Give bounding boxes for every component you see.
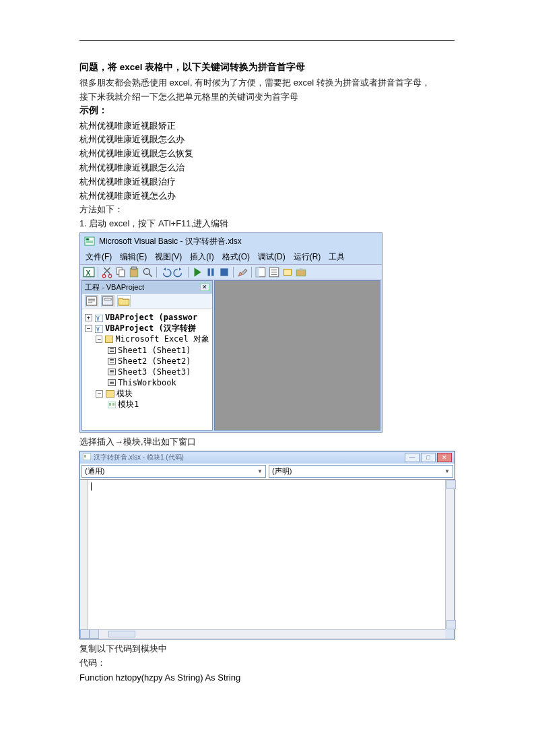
sheet-icon	[108, 347, 116, 354]
tree-project-2a[interactable]: VBAProject (	[105, 323, 164, 333]
menu-format[interactable]: 格式(O)	[222, 251, 250, 263]
reset-icon[interactable]	[218, 266, 230, 278]
menu-edit[interactable]: 编辑(E)	[120, 251, 147, 263]
example-5: 杭州优视唯康近视眼治疗	[79, 175, 455, 189]
step-1: 1. 启动 excel，按下 ATl+F11,进入编辑	[79, 217, 455, 231]
procedure-view-icon[interactable]	[80, 629, 90, 639]
svg-rect-18	[300, 268, 303, 270]
toolbox-icon[interactable]	[295, 266, 307, 278]
minimize-icon[interactable]: —	[405, 453, 420, 462]
redo-icon[interactable]	[173, 266, 185, 278]
svg-point-9	[143, 268, 149, 274]
svg-rect-11	[211, 268, 213, 276]
tree-thisworkbook[interactable]: ThisWorkbook	[118, 377, 176, 388]
intro-2: 接下来我就介绍一下怎么把单元格里的关键词变为首字母	[79, 90, 455, 104]
svg-point-4	[108, 274, 112, 278]
module-icon	[108, 402, 116, 408]
break-icon[interactable]	[205, 266, 217, 278]
module-app-icon	[83, 453, 91, 462]
sheet-icon	[108, 358, 116, 365]
find-icon[interactable]	[141, 266, 154, 278]
chevron-down-icon: ▼	[444, 468, 450, 474]
project-explorer: 工程 - VBAProject ✕ +VVBAProject (passwor …	[81, 280, 213, 431]
folder-icon	[105, 336, 113, 343]
horizontal-scrollbar[interactable]	[99, 629, 445, 639]
svg-rect-7	[130, 268, 137, 276]
menu-view[interactable]: 视图(V)	[155, 251, 182, 263]
svg-rect-8	[132, 267, 137, 269]
project-tree[interactable]: +VVBAProject (passwor −VVBAProject (汉字转拼…	[82, 309, 212, 413]
cut-icon[interactable]	[101, 266, 113, 278]
top-rule	[79, 40, 455, 41]
post-1: 复制以下代码到模块中	[79, 642, 455, 656]
svg-rect-12	[220, 268, 228, 276]
project-explorer-icon[interactable]	[255, 266, 267, 278]
paste-icon[interactable]	[128, 266, 140, 278]
svg-rect-14	[256, 267, 259, 277]
vba-app-icon	[84, 237, 95, 246]
object-select[interactable]: (通用) ▼	[81, 465, 266, 478]
excel-icon[interactable]: X	[83, 266, 95, 278]
run-icon[interactable]	[191, 266, 203, 278]
code-line: Function hztopy(hzpy As String) As Strin…	[79, 672, 455, 683]
menu-tools[interactable]: 工具	[329, 251, 345, 263]
properties-icon[interactable]	[268, 266, 280, 278]
object-select-value: (通用)	[85, 466, 104, 476]
folder-icon[interactable]	[117, 295, 131, 307]
undo-icon[interactable]	[160, 266, 172, 278]
example-3: 杭州优视唯康近视眼怎么恢复	[79, 147, 455, 161]
vba-ide-window: Microsoft Visual Basic - 汉字转拼音.xlsx 文件(F…	[79, 232, 382, 433]
close-icon[interactable]: ✕	[200, 283, 209, 291]
vba-mdi-area	[214, 280, 380, 431]
workbook-icon	[108, 379, 116, 386]
menu-run[interactable]: 运行(R)	[294, 251, 321, 263]
example-label: 示例：	[79, 104, 455, 117]
svg-point-3	[102, 274, 106, 278]
module-title: 汉字转拼音.xlsx - 模块1 (代码)	[94, 453, 184, 462]
code-gutter	[80, 480, 88, 629]
procedure-select-value: (声明)	[272, 466, 292, 476]
view-object-icon[interactable]	[101, 295, 114, 307]
folder-icon	[106, 390, 114, 398]
step-2: 选择插入→模块,弹出如下窗口	[79, 435, 455, 449]
design-icon[interactable]	[236, 266, 248, 278]
svg-rect-10	[208, 268, 210, 276]
procedure-select[interactable]: (声明) ▼	[269, 465, 453, 478]
tree-sheet1[interactable]: Sheet1 (Sheet1)	[118, 345, 191, 356]
svg-text:V: V	[96, 327, 100, 333]
intro-1: 很多朋友都会熟悉使用 excel, 有时候为了方便，需要把 excel 转换为拼…	[79, 76, 455, 90]
view-code-icon[interactable]	[85, 295, 98, 307]
vba-menubar[interactable]: 文件(F) 编辑(E) 视图(V) 插入(I) 格式(O) 调试(D) 运行(R…	[80, 250, 382, 264]
vba-toolbar: X	[80, 264, 382, 280]
maximize-icon[interactable]: □	[421, 453, 436, 462]
full-module-view-icon[interactable]	[90, 629, 99, 639]
tree-project-1[interactable]: VBAProject (passwor	[105, 312, 197, 323]
post-2: 代码：	[79, 656, 455, 670]
code-editor[interactable]	[88, 480, 445, 629]
menu-file[interactable]: 文件(F)	[86, 251, 112, 263]
object-browser-icon[interactable]	[281, 266, 294, 278]
tree-sheet2[interactable]: Sheet2 (Sheet2)	[118, 356, 191, 367]
vba-title-text: Microsoft Visual Basic - 汉字转拼音.xlsx	[99, 236, 242, 247]
vertical-scrollbar[interactable]	[445, 480, 455, 629]
tree-sheet3[interactable]: Sheet3 (Sheet3)	[118, 367, 191, 377]
close-icon[interactable]: ✕	[437, 453, 452, 462]
svg-rect-27	[83, 453, 91, 460]
menu-debug[interactable]: 调试(D)	[258, 251, 286, 263]
tree-project-2b[interactable]: 汉字转拼	[164, 323, 196, 334]
example-6: 杭州优视唯康近视怎么办	[79, 189, 455, 203]
tree-modules[interactable]: 模块	[116, 388, 133, 399]
tree-excel-objects[interactable]: Microsoft Excel 对象	[115, 334, 209, 344]
svg-text:V: V	[96, 316, 100, 322]
copy-icon[interactable]	[114, 266, 127, 278]
example-1: 杭州优视唯康近视眼矫正	[79, 119, 455, 133]
example-2: 杭州优视唯康近视眼怎么办	[79, 133, 455, 147]
scroll-corner	[445, 629, 455, 639]
method-label: 方法如下：	[79, 203, 455, 217]
heading: 问题，将 excel 表格中，以下关键词转换为拼音首字母	[79, 61, 455, 73]
tree-module1[interactable]: 模块1	[118, 399, 139, 410]
menu-insert[interactable]: 插入(I)	[190, 251, 213, 263]
sheet-icon	[108, 369, 116, 375]
svg-rect-26	[108, 402, 116, 408]
svg-rect-17	[296, 270, 306, 276]
